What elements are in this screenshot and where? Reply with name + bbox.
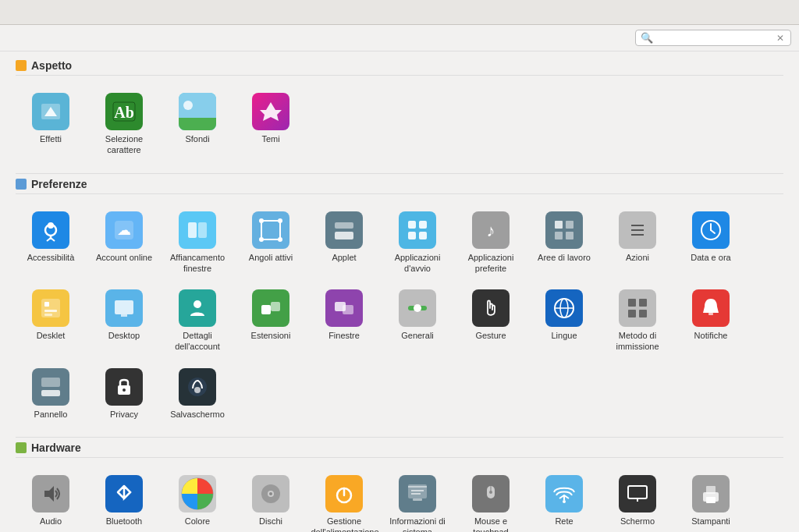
svg-rect-43: [115, 300, 133, 314]
item-label-account-online: Account online: [96, 252, 152, 263]
svg-rect-44: [121, 314, 127, 317]
item-metodo-immissione[interactable]: Metodo di immissione: [602, 283, 673, 359]
item-rete[interactable]: Rete: [529, 469, 599, 532]
item-label-affiancamento-finestre: Affiancamento finestre: [165, 252, 229, 275]
item-accessibilita[interactable]: Accessibilità: [16, 205, 86, 281]
section-title-hardware: Hardware: [31, 442, 81, 454]
item-label-desklet: Desklet: [37, 330, 66, 341]
item-label-effetti: Effetti: [40, 133, 62, 144]
svg-rect-41: [44, 310, 57, 312]
section-dot-aspetto: [16, 60, 27, 71]
item-label-dischi: Dischi: [259, 516, 282, 527]
item-label-bluetooth: Bluetooth: [106, 516, 142, 527]
svg-point-19: [278, 218, 282, 223]
item-desklet[interactable]: Desklet: [16, 283, 86, 359]
item-label-rete: Rete: [555, 516, 573, 527]
item-label-salvaschermo: Salvaschermo: [170, 409, 225, 420]
item-label-gestione-alimentazione: Gestione dell'alimentazione: [311, 516, 378, 532]
item-applet[interactable]: Applet: [309, 205, 379, 281]
svg-rect-29: [555, 221, 563, 229]
item-stampanti[interactable]: Stampanti: [676, 469, 746, 532]
section-header-aspetto: Aspetto: [16, 59, 783, 76]
item-label-applicazioni-preferite: Applicazioni preferite: [459, 252, 523, 275]
item-angoli-attivi[interactable]: Angoli attivi: [236, 205, 306, 281]
svg-rect-46: [261, 305, 271, 314]
item-label-desktop: Desktop: [108, 330, 140, 341]
svg-rect-73: [408, 486, 427, 488]
item-data-ora[interactable]: Data e ora: [676, 205, 746, 281]
item-affiancamento-finestre[interactable]: Affiancamento finestre: [162, 205, 233, 281]
item-generali[interactable]: Generali: [382, 283, 453, 359]
maximize-button[interactable]: [755, 0, 777, 25]
svg-rect-7: [179, 118, 216, 130]
item-bluetooth[interactable]: Bluetooth: [89, 469, 159, 532]
minimize-button[interactable]: [733, 0, 755, 25]
svg-rect-17: [261, 221, 280, 239]
item-dettagli-account[interactable]: Dettagli dell'account: [162, 283, 233, 359]
item-applicazioni-preferite[interactable]: ♪Applicazioni preferite: [456, 205, 526, 281]
item-selezione-carattere[interactable]: AbSelezione carattere: [89, 87, 159, 162]
section-preferenze: PreferenzeAccessibilità☁Account onlineAf…: [16, 178, 783, 429]
item-label-stampanti: Stampanti: [691, 516, 730, 527]
item-label-privacy: Privacy: [110, 409, 138, 420]
titlebar: [0, 0, 799, 25]
svg-rect-27: [419, 232, 427, 239]
svg-rect-85: [706, 486, 716, 494]
section-header-hardware: Hardware: [16, 442, 783, 458]
svg-rect-40: [44, 302, 49, 307]
item-label-azioni: Azioni: [626, 252, 649, 263]
item-lingue[interactable]: Lingue: [529, 283, 599, 359]
item-desktop[interactable]: Desktop: [89, 283, 159, 359]
item-notifiche[interactable]: Notifiche: [676, 283, 746, 359]
svg-rect-81: [628, 486, 647, 498]
svg-point-18: [259, 218, 264, 223]
item-label-metodo-immissione: Metodo di immissione: [605, 330, 669, 353]
section-title-aspetto: Aspetto: [31, 59, 72, 72]
item-salvaschermo[interactable]: Salvaschermo: [162, 362, 233, 426]
svg-point-51: [414, 304, 421, 312]
svg-rect-58: [639, 310, 647, 317]
item-privacy[interactable]: Privacy: [89, 362, 159, 426]
item-schermo[interactable]: Schermo: [602, 469, 673, 532]
svg-point-80: [563, 500, 566, 503]
item-applicazioni-avvio[interactable]: Applicazioni d'avvio: [382, 205, 453, 281]
items-grid-preferenze: Accessibilità☁Account onlineAffiancament…: [16, 202, 783, 429]
item-finestre[interactable]: Finestre: [309, 283, 379, 359]
svg-point-63: [123, 388, 126, 392]
item-mouse-touchpad[interactable]: Mouse e touchpad: [456, 469, 526, 532]
item-label-accessibilita: Accessibilità: [27, 252, 75, 263]
svg-text:☁: ☁: [117, 222, 131, 238]
item-label-gesture: Gesture: [475, 330, 506, 341]
svg-rect-61: [41, 378, 60, 387]
item-temi[interactable]: Temi: [236, 87, 306, 162]
item-info-sistema[interactable]: Informazioni di sistema: [382, 469, 453, 532]
item-label-angoli-attivi: Angoli attivi: [249, 252, 293, 263]
search-input[interactable]: [656, 32, 773, 44]
svg-rect-23: [335, 222, 353, 229]
clear-search-icon[interactable]: ✕: [776, 33, 784, 44]
item-azioni[interactable]: Azioni: [602, 205, 673, 281]
svg-rect-76: [413, 498, 422, 501]
svg-point-45: [194, 300, 201, 308]
svg-rect-30: [566, 221, 574, 229]
item-estensioni[interactable]: Estensioni: [236, 283, 306, 359]
svg-text:Ab: Ab: [114, 104, 134, 121]
item-effetti[interactable]: Effetti: [16, 87, 86, 162]
close-button[interactable]: [777, 0, 799, 25]
svg-rect-24: [408, 221, 416, 229]
item-label-notifiche: Notifiche: [694, 330, 728, 341]
svg-rect-26: [408, 232, 416, 239]
item-gestione-alimentazione[interactable]: Gestione dell'alimentazione: [309, 469, 379, 532]
item-pannello[interactable]: Pannello: [16, 362, 86, 426]
item-gesture[interactable]: Gesture: [456, 283, 526, 359]
item-audio[interactable]: Audio: [16, 469, 86, 532]
item-sfondi[interactable]: Sfondi: [162, 87, 233, 162]
item-dischi[interactable]: Dischi: [236, 469, 306, 532]
svg-line-38: [711, 230, 715, 233]
section-title-preferenze: Preferenze: [31, 178, 87, 190]
item-colore[interactable]: Colore: [162, 469, 233, 532]
svg-marker-66: [44, 486, 54, 502]
item-aree-lavoro[interactable]: Aree di lavoro: [529, 205, 599, 281]
item-account-online[interactable]: ☁Account online: [89, 205, 159, 281]
items-grid-hardware: AudioBluetoothColoreDischiGestione dell'…: [16, 466, 783, 532]
